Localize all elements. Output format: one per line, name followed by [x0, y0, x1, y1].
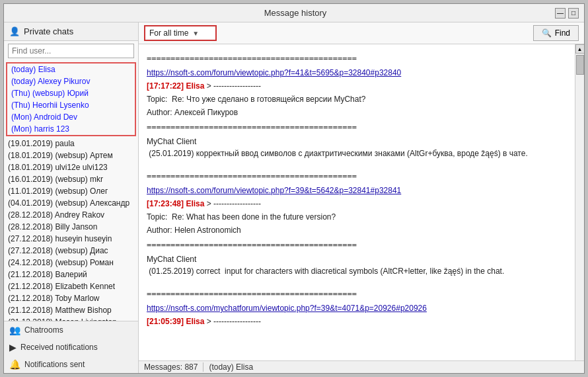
message-after-author: > ------------------: [207, 317, 261, 326]
selected-chat-group: (today) Elisa (today) Alexey Pikurov (Th…: [6, 62, 136, 136]
message-timestamp: [17:23:48]: [147, 199, 184, 208]
received-icon: ▶: [9, 342, 17, 353]
list-item[interactable]: (27.12.2018) (websup) Диас: [4, 245, 138, 257]
message-author: Elisa: [186, 81, 204, 91]
message-author-line: Author: Helen Astronomich: [147, 224, 567, 236]
sidebar-header-label: Private chats: [24, 26, 73, 36]
list-item[interactable]: (19.01.2019) paula: [4, 138, 138, 149]
scroll-up-button[interactable]: ▲: [575, 44, 585, 54]
time-filter-select[interactable]: For all time ▼: [144, 25, 217, 41]
list-item[interactable]: (28.12.2018) Andrey Rakov: [4, 209, 138, 221]
message-block: ========================================…: [147, 52, 567, 159]
messages-label: Messages:: [144, 362, 182, 372]
message-topic: Topic: Re: Что уже сделано в готовящейся…: [147, 93, 567, 105]
list-item[interactable]: (Thu) (websup) Юрий: [7, 87, 135, 99]
private-chats-icon: 👤: [9, 26, 20, 36]
list-item[interactable]: (28.12.2018) Billy Janson: [4, 221, 138, 233]
sent-icon: 🔔: [9, 359, 20, 370]
received-notifications-item[interactable]: ▶ Received notifications: [4, 339, 138, 356]
message-timestamp: [21:05:39]: [147, 317, 184, 326]
separator: ========================================…: [147, 288, 567, 300]
list-item[interactable]: (21.12.2018) Matthew Bishop: [4, 304, 138, 316]
messages-count-label: Messages: 887: [144, 362, 203, 372]
list-item[interactable]: (18.01.2019) ulvi12e ulvi123: [4, 161, 138, 173]
message-block: ========================================…: [147, 288, 567, 327]
message-timestamp: [17:17:22]: [147, 81, 184, 91]
list-item[interactable]: (16.01.2019) (websup) mkr: [4, 173, 138, 185]
message-author: Elisa: [186, 317, 204, 326]
status-user: (today) Elisa: [203, 362, 253, 372]
toolbar: For all time ▼ 🔍 Find: [139, 22, 584, 44]
window-controls: — □: [555, 8, 579, 19]
message-header-line: [17:17:22] Elisa > ------------------: [147, 80, 567, 92]
message-author: Elisa: [186, 199, 204, 208]
search-icon: 🔍: [542, 28, 552, 38]
list-item[interactable]: (21.12.2018) Toby Marlow: [4, 292, 138, 304]
find-button-label: Find: [555, 28, 570, 38]
received-label: Received notifications: [20, 343, 98, 352]
sent-label: Notifications sent: [24, 360, 85, 369]
list-item[interactable]: (today) Alexey Pikurov: [7, 75, 135, 87]
message-after-author: > ------------------: [207, 81, 261, 91]
message-link[interactable]: https://nsoft-s.com/forum/viewtopic.php?…: [147, 186, 401, 195]
list-item[interactable]: (11.01.2019) (websup) Олег: [4, 185, 138, 197]
maximize-button[interactable]: □: [568, 8, 579, 19]
list-item[interactable]: (Thu) Heorhii Lysenko: [7, 99, 135, 111]
content-area: 👤 Private chats (today) Elisa (today) Al…: [4, 22, 584, 373]
scrollbar[interactable]: ▲: [575, 44, 584, 360]
message-content: MyChat Client (25.01.2019) корректный вв…: [147, 136, 567, 159]
message-topic: Topic: Re: What has been done in the fut…: [147, 211, 567, 223]
main-panel: For all time ▼ 🔍 Find ==================…: [139, 22, 584, 373]
list-item[interactable]: (04.01.2019) (websup) Александр: [4, 197, 138, 209]
time-filter-value: For all time: [149, 28, 188, 38]
message-after-author: > ------------------: [207, 199, 261, 208]
separator: ========================================…: [147, 170, 567, 182]
chatrooms-icon: 👥: [9, 325, 20, 335]
sent-notifications-item[interactable]: 🔔 Notifications sent: [4, 356, 138, 373]
separator: ========================================…: [147, 52, 567, 64]
chatrooms-item[interactable]: 👥 Chatrooms: [4, 321, 138, 339]
separator: ========================================…: [147, 239, 567, 251]
sidebar: 👤 Private chats (today) Elisa (today) Al…: [4, 22, 139, 373]
sidebar-footer: 👥 Chatrooms ▶ Received notifications 🔔 N…: [4, 321, 138, 373]
list-item[interactable]: (21.12.2018) Elizabeth Kennet: [4, 280, 138, 292]
status-bar: Messages: 887 (today) Elisa: [139, 360, 584, 373]
find-button[interactable]: 🔍 Find: [533, 25, 579, 41]
list-item[interactable]: (Mon) Android Dev: [7, 111, 135, 123]
list-item[interactable]: (18.01.2019) (websup) Артем: [4, 149, 138, 161]
title-bar: Message history — □: [4, 4, 584, 22]
messages-count: 887: [184, 362, 198, 372]
dropdown-arrow-icon: ▼: [192, 30, 199, 37]
list-item[interactable]: (today) Elisa: [7, 63, 135, 75]
minimize-button[interactable]: —: [555, 8, 566, 19]
message-header-line: [21:05:39] Elisa > ------------------: [147, 315, 567, 327]
search-input[interactable]: [8, 44, 134, 58]
main-window: Message history — □ 👤 Private chats (tod…: [3, 3, 585, 374]
message-area[interactable]: ========================================…: [139, 44, 575, 360]
message-block: ========================================…: [147, 170, 567, 277]
list-item[interactable]: (21.12.2018) Mason Livingston: [4, 316, 138, 321]
list-item[interactable]: (27.12.2018) huseyin huseyin: [4, 233, 138, 245]
message-link[interactable]: https://nsoft-s.com/mychatforum/viewtopi…: [147, 304, 427, 313]
message-content: MyChat Client (01.25.2019) correct input…: [147, 253, 567, 277]
window-title: Message history: [36, 8, 555, 18]
message-header-line: [17:23:48] Elisa > ------------------: [147, 198, 567, 210]
chat-list: (today) Elisa (today) Alexey Pikurov (Th…: [4, 61, 138, 321]
message-author-line: Author: Алексей Пикуров: [147, 106, 567, 118]
sidebar-header: 👤 Private chats: [4, 22, 138, 41]
message-link[interactable]: https://nsoft-s.com/forum/viewtopic.php?…: [147, 68, 401, 77]
chatrooms-label: Chatrooms: [24, 325, 63, 335]
separator: ========================================…: [147, 121, 567, 133]
scroll-thumb[interactable]: [576, 55, 584, 75]
list-item[interactable]: (24.12.2018) (websup) Роман: [4, 257, 138, 269]
list-item[interactable]: (Mon) harris 123: [7, 123, 135, 135]
list-item[interactable]: (21.12.2018) Валерий: [4, 269, 138, 280]
